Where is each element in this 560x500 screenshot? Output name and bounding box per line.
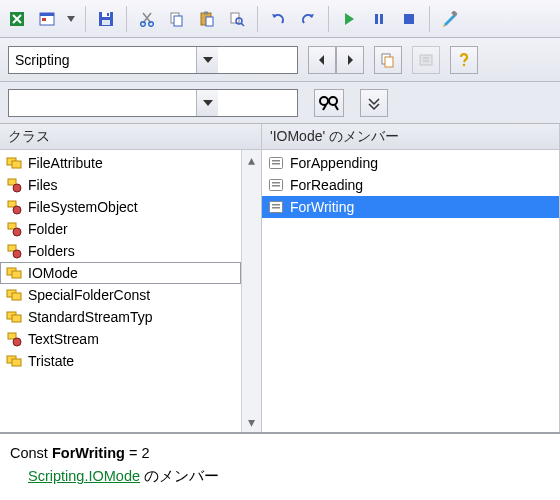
library-input[interactable]: [9, 48, 196, 72]
class-item-label: TextStream: [28, 331, 99, 347]
library-bar: [0, 38, 560, 82]
svg-rect-6: [102, 20, 110, 25]
scrollbar[interactable]: ▴ ▾: [241, 150, 261, 432]
pause-icon[interactable]: [366, 6, 392, 32]
svg-rect-44: [12, 293, 21, 300]
browser-panels: クラス FileAttributeFilesFileSystemObjectFo…: [0, 124, 560, 434]
class-item-label: Files: [28, 177, 58, 193]
class-item-label: Tristate: [28, 353, 74, 369]
chevron-down-icon[interactable]: [196, 90, 218, 116]
svg-rect-2: [40, 13, 54, 16]
class-item[interactable]: SpecialFolderConst: [0, 284, 241, 306]
stop-icon[interactable]: [396, 6, 422, 32]
dropdown-mini-icon[interactable]: [64, 6, 78, 32]
detail-const-name: ForWriting: [52, 445, 125, 461]
svg-rect-23: [385, 57, 393, 67]
svg-rect-21: [451, 11, 457, 17]
class-item[interactable]: StandardStreamTyp: [0, 306, 241, 328]
member-item-label: ForWriting: [290, 199, 354, 215]
svg-rect-50: [12, 359, 21, 366]
back-button[interactable]: [308, 46, 336, 74]
undo-icon[interactable]: [265, 6, 291, 32]
chevron-down-icon[interactable]: [196, 47, 218, 73]
svg-point-48: [13, 338, 21, 346]
svg-rect-46: [12, 315, 21, 322]
show-results-button[interactable]: [360, 89, 388, 117]
class-item-label: Folders: [28, 243, 75, 259]
class-item[interactable]: Folder: [0, 218, 241, 240]
svg-rect-13: [204, 11, 208, 14]
svg-rect-42: [12, 271, 21, 278]
class-item-label: FileSystemObject: [28, 199, 138, 215]
search-input[interactable]: [9, 91, 196, 115]
members-panel: 'IOMode' のメンバー ForAppendingForReadingFor…: [262, 124, 560, 432]
class-item[interactable]: IOMode: [0, 262, 241, 284]
view-definition-button[interactable]: [412, 46, 440, 74]
class-item[interactable]: Files: [0, 174, 241, 196]
members-header: 'IOMode' のメンバー: [262, 124, 559, 150]
class-item-label: IOMode: [28, 265, 78, 281]
svg-rect-18: [375, 14, 378, 24]
search-button[interactable]: [314, 89, 344, 117]
class-item-label: StandardStreamTyp: [28, 309, 153, 325]
svg-rect-24: [420, 55, 432, 65]
class-item[interactable]: FileAttribute: [0, 152, 241, 174]
detail-pane: Const ForWriting = 2 Scripting.IOMode のメ…: [0, 434, 560, 498]
main-toolbar: [0, 0, 560, 38]
svg-rect-19: [380, 14, 383, 24]
svg-point-9: [149, 21, 154, 26]
svg-point-36: [13, 206, 21, 214]
class-item[interactable]: TextStream: [0, 328, 241, 350]
scroll-down-icon[interactable]: ▾: [242, 412, 261, 432]
svg-rect-11: [174, 16, 182, 26]
run-icon[interactable]: [336, 6, 362, 32]
class-item-label: SpecialFolderConst: [28, 287, 150, 303]
copy-to-clipboard-button[interactable]: [374, 46, 402, 74]
save-icon[interactable]: [93, 6, 119, 32]
svg-point-25: [463, 63, 466, 66]
svg-point-26: [320, 97, 328, 105]
svg-rect-59: [272, 207, 280, 209]
detail-parent-link[interactable]: Scripting.IOMode: [28, 468, 140, 484]
class-item[interactable]: FileSystemObject: [0, 196, 241, 218]
detail-const-value: = 2: [129, 445, 150, 461]
class-item[interactable]: Tristate: [0, 350, 241, 372]
copy-icon[interactable]: [164, 6, 190, 32]
member-item[interactable]: ForAppending: [262, 152, 559, 174]
classes-panel: クラス FileAttributeFilesFileSystemObjectFo…: [0, 124, 262, 432]
member-item-label: ForAppending: [290, 155, 378, 171]
search-bar: [0, 82, 560, 124]
forward-button[interactable]: [336, 46, 364, 74]
redo-icon[interactable]: [295, 6, 321, 32]
scroll-up-icon[interactable]: ▴: [242, 150, 261, 170]
excel-icon[interactable]: [4, 6, 30, 32]
find-icon[interactable]: [224, 6, 250, 32]
class-item-label: Folder: [28, 221, 68, 237]
classes-header: クラス: [0, 124, 261, 150]
design-mode-icon[interactable]: [437, 6, 463, 32]
svg-line-29: [335, 105, 338, 110]
cut-icon[interactable]: [134, 6, 160, 32]
svg-point-8: [141, 21, 146, 26]
search-combo[interactable]: [8, 89, 298, 117]
svg-point-40: [13, 250, 21, 258]
library-combo[interactable]: [8, 46, 298, 74]
members-list[interactable]: ForAppendingForReadingForWriting: [262, 150, 559, 432]
svg-point-34: [13, 184, 21, 192]
classes-list[interactable]: FileAttributeFilesFileSystemObjectFolder…: [0, 150, 241, 432]
svg-rect-3: [42, 18, 46, 21]
detail-const-keyword: Const: [10, 445, 48, 461]
svg-rect-56: [272, 185, 280, 187]
svg-point-38: [13, 228, 21, 236]
svg-rect-52: [272, 160, 280, 162]
member-item[interactable]: ForReading: [262, 174, 559, 196]
member-item-label: ForReading: [290, 177, 363, 193]
member-item[interactable]: ForWriting: [262, 196, 559, 218]
form-view-icon[interactable]: [34, 6, 60, 32]
paste-icon[interactable]: [194, 6, 220, 32]
svg-rect-20: [404, 14, 414, 24]
class-item[interactable]: Folders: [0, 240, 241, 262]
svg-point-27: [329, 97, 337, 105]
help-button[interactable]: [450, 46, 478, 74]
class-item-label: FileAttribute: [28, 155, 103, 171]
